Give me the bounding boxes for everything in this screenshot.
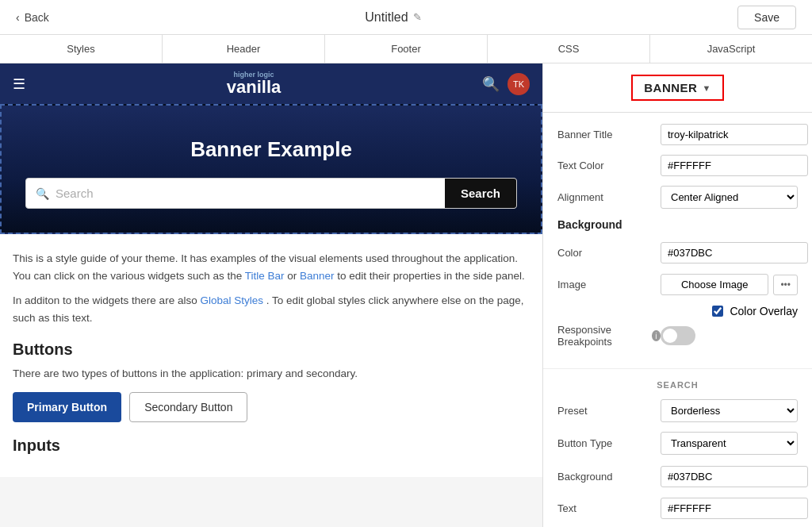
vanilla-logo: higher logic vanilla [25, 71, 482, 96]
banner-title-label: Banner Title [557, 129, 661, 140]
button-type-label: Button Type [557, 437, 661, 449]
content-area: This is a style guide of your theme. It … [0, 234, 542, 477]
info-icon: i [652, 330, 661, 341]
alignment-label: Alignment [557, 191, 661, 203]
back-label: Back [25, 11, 49, 24]
tab-javascript[interactable]: JavaScript [650, 35, 812, 63]
buttons-desc: There are two types of buttons in the ap… [13, 365, 530, 383]
banner-section[interactable]: Banner Example 🔍 Search Search [0, 104, 542, 234]
bg-color-input[interactable] [661, 242, 808, 264]
secondary-button[interactable]: Secondary Button [129, 392, 247, 422]
search-bg-field [661, 464, 812, 488]
search-bg-label: Background [557, 471, 661, 483]
chevron-down-icon: ▼ [702, 83, 710, 93]
button-type-row: Button Type Transparent [557, 432, 798, 455]
image-row: Image Choose Image ••• [557, 274, 798, 295]
tab-header[interactable]: Header [163, 35, 325, 63]
search-panel-section: SEARCH Preset Borderless Button Type Tra… [543, 369, 812, 527]
vanilla-logo-text: vanilla [25, 79, 482, 96]
image-field: Choose Image ••• [661, 274, 798, 295]
choose-image-button[interactable]: Choose Image [661, 274, 768, 295]
bg-color-field [661, 240, 812, 264]
tab-styles[interactable]: Styles [0, 35, 163, 63]
alignment-row: Alignment Center Aligned [557, 186, 798, 209]
top-bar: ‹ Back Untitled ✎ Save [0, 0, 812, 35]
sub-nav: Styles Header Footer CSS JavaScript [0, 35, 812, 63]
responsive-toggle[interactable] [661, 326, 695, 345]
responsive-row: Responsive Breakpoints i [557, 324, 798, 348]
search-icon-small: 🔍 [36, 187, 49, 200]
page-title-area: Untitled ✎ [365, 10, 421, 25]
preset-row: Preset Borderless [557, 399, 798, 422]
search-button[interactable]: Search [445, 179, 516, 208]
banner-dropdown-button[interactable]: BANNER ▼ [631, 75, 724, 101]
tab-css[interactable]: CSS [488, 35, 650, 63]
search-text-input[interactable] [661, 498, 808, 519]
save-button[interactable]: Save [737, 6, 796, 29]
bg-color-label: Color [557, 247, 661, 259]
background-section: Background Color Image Choose Image ••• [557, 218, 798, 348]
button-type-select[interactable]: Transparent [661, 432, 798, 455]
alignment-select[interactable]: Center Aligned [661, 186, 798, 209]
banner-title-row: Banner Title [557, 124, 798, 145]
buttons-heading: Buttons [13, 340, 530, 359]
hamburger-icon[interactable]: ☰ [13, 75, 25, 93]
buttons-row: Primary Button Secondary Button [13, 392, 530, 422]
search-section-title: SEARCH [557, 380, 798, 390]
banner-title-input[interactable] [661, 124, 808, 145]
banner-fields-section: Banner Title Text Color Alignment Center… [543, 113, 812, 369]
main-layout: ☰ higher logic vanilla 🔍 TK Banner Examp… [0, 63, 812, 527]
user-avatar[interactable]: TK [508, 73, 530, 95]
search-bar: 🔍 Search Search [25, 178, 517, 209]
tab-footer[interactable]: Footer [325, 35, 488, 63]
search-text-row: Text [557, 498, 798, 519]
edit-pencil-icon[interactable]: ✎ [413, 11, 422, 23]
header-icons: 🔍 TK [482, 73, 530, 95]
bg-color-row: Color [557, 240, 798, 264]
image-dots-button[interactable]: ••• [773, 275, 798, 295]
top-bar-right: Save [737, 6, 796, 29]
search-bg-row: Background [557, 464, 798, 488]
search-bg-input[interactable] [661, 466, 808, 487]
intro-paragraph: This is a style guide of your theme. It … [13, 250, 530, 284]
responsive-label: Responsive Breakpoints i [557, 324, 661, 348]
preset-label: Preset [557, 405, 661, 417]
color-overlay-row: Color Overlay [557, 305, 798, 317]
back-arrow-icon: ‹ [16, 11, 20, 24]
banner-dropdown-label: BANNER [644, 81, 697, 94]
primary-button[interactable]: Primary Button [13, 392, 121, 422]
preview-area: ☰ higher logic vanilla 🔍 TK Banner Examp… [0, 63, 542, 527]
second-paragraph: In additon to the widgets there are also… [13, 292, 530, 326]
color-overlay-label: Color Overlay [730, 305, 798, 317]
banner-link[interactable]: Banner [300, 270, 335, 282]
global-styles-link[interactable]: Global Styles [200, 294, 263, 306]
title-bar-link[interactable]: Title Bar [245, 270, 285, 282]
color-overlay-checkbox[interactable] [712, 306, 723, 317]
right-panel: BANNER ▼ Banner Title Text Color Alignme… [542, 63, 812, 527]
preset-select[interactable]: Borderless [661, 399, 798, 422]
panel-banner-header: BANNER ▼ [543, 63, 812, 113]
text-color-input[interactable] [661, 155, 808, 176]
back-button[interactable]: ‹ Back [16, 11, 49, 24]
search-header-icon[interactable]: 🔍 [482, 75, 500, 93]
page-title: Untitled [365, 10, 408, 25]
search-placeholder: Search [56, 187, 94, 200]
background-heading: Background [557, 218, 798, 231]
banner-title: Banner Example [17, 137, 525, 162]
vanilla-header: ☰ higher logic vanilla 🔍 TK [0, 63, 542, 104]
text-color-row: Text Color [557, 155, 798, 176]
search-text-label: Text [557, 502, 661, 514]
text-color-label: Text Color [557, 160, 661, 171]
search-input-area[interactable]: 🔍 Search [26, 179, 445, 208]
image-label: Image [557, 279, 661, 290]
toggle-slider [661, 326, 695, 345]
inputs-heading: Inputs [13, 437, 530, 455]
